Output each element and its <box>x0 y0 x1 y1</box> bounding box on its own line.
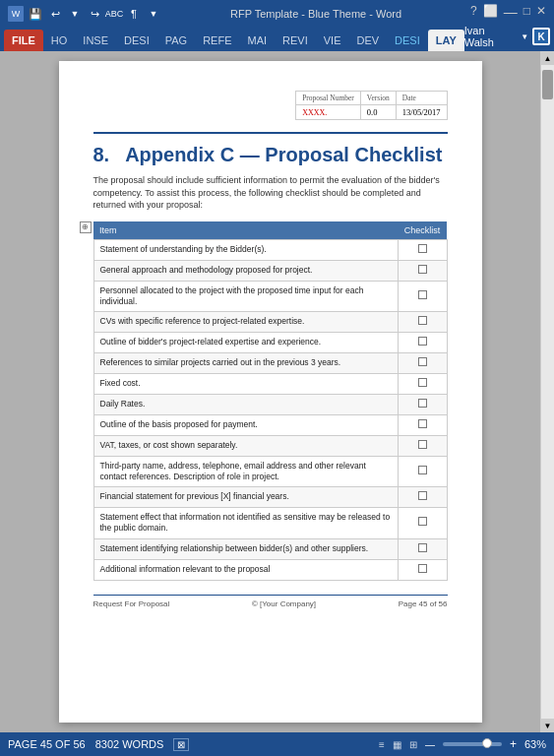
version-label: Version <box>360 92 396 105</box>
checklist-item: CVs with specific reference to project-r… <box>93 311 398 332</box>
tab-page[interactable]: PAG <box>157 30 195 51</box>
tab-review[interactable]: REVI <box>275 30 316 51</box>
table-row: Outline of bidder's project-related expe… <box>93 333 447 353</box>
tab-home[interactable]: HO <box>43 30 76 51</box>
minimize-button[interactable]: — <box>504 4 518 24</box>
checkbox-indicator[interactable] <box>418 440 427 449</box>
zoom-thumb <box>482 738 492 748</box>
view-icon-2[interactable]: ▦ <box>393 739 401 750</box>
checkbox-indicator[interactable] <box>418 419 427 428</box>
checklist-checkbox[interactable] <box>398 487 447 508</box>
redo2-icon[interactable]: ↪ <box>87 6 102 22</box>
checklist-checkbox[interactable] <box>398 311 447 332</box>
checklist-checkbox[interactable] <box>398 559 447 580</box>
page-count: PAGE 45 OF 56 <box>8 738 86 750</box>
table-row: Statement identifying relationship betwe… <box>93 538 447 559</box>
checkbox-indicator[interactable] <box>418 244 427 253</box>
scroll-track[interactable] <box>541 65 554 719</box>
tab-desi2[interactable]: DESI <box>387 30 428 51</box>
checkbox-indicator[interactable] <box>418 357 427 366</box>
checklist-item: Personnel allocated to the project with … <box>93 281 398 311</box>
zoom-level[interactable]: 63% <box>524 738 546 750</box>
checklist-checkbox[interactable] <box>398 353 447 374</box>
user-info: Ivan Walsh ▼ K <box>464 25 550 51</box>
checkbox-indicator[interactable] <box>418 316 427 325</box>
footer-right: Page 45 of 56 <box>399 599 448 608</box>
checkbox-indicator[interactable] <box>418 517 427 526</box>
proposal-number-value: XXXX. <box>296 105 361 120</box>
checkbox-indicator[interactable] <box>418 543 427 552</box>
undo-icon[interactable]: ↩ <box>47 6 63 22</box>
user-dropdown-icon[interactable]: ▼ <box>521 32 528 41</box>
checklist-table: Item Checklist Statement of understandin… <box>93 221 448 581</box>
checklist-checkbox[interactable] <box>398 239 447 260</box>
checkbox-indicator[interactable] <box>418 290 427 299</box>
scroll-thumb[interactable] <box>542 70 553 99</box>
scroll-up-button[interactable]: ▲ <box>541 51 555 65</box>
checklist-checkbox[interactable] <box>398 260 447 281</box>
checkbox-indicator[interactable] <box>418 466 427 474</box>
section-number: 8. <box>93 144 110 165</box>
tab-design[interactable]: DESI <box>116 30 157 51</box>
checklist-header: Checklist <box>398 221 447 240</box>
footer-center: © [Your Company] <box>252 599 316 608</box>
zoom-slider[interactable] <box>443 742 502 746</box>
checklist-checkbox[interactable] <box>398 436 447 457</box>
checklist-item: Daily Rates. <box>93 395 398 415</box>
checkbox-indicator[interactable] <box>418 564 427 573</box>
tab-dev[interactable]: DEV <box>348 30 387 51</box>
tab-references[interactable]: REFE <box>195 30 239 51</box>
checklist-checkbox[interactable] <box>398 415 447 436</box>
checklist-item: Statement effect that information not id… <box>93 508 398 538</box>
tab-mailings[interactable]: MAI <box>239 30 275 51</box>
view-icon-1[interactable]: ≡ <box>379 739 385 750</box>
para-icon[interactable]: ¶ <box>126 6 142 22</box>
table-row: VAT, taxes, or cost shown separately. <box>93 436 447 457</box>
zoom-in-icon[interactable]: + <box>510 737 517 751</box>
date-label: Date <box>396 92 447 105</box>
checklist-checkbox[interactable] <box>398 538 447 559</box>
checklist-checkbox[interactable] <box>398 508 447 538</box>
help-icon[interactable]: ? <box>470 4 477 24</box>
checklist-checkbox[interactable] <box>398 395 447 415</box>
header-divider <box>93 132 448 134</box>
version-value: 0.0 <box>360 105 396 120</box>
ribbon-collapse-icon[interactable]: ⬜ <box>483 4 498 24</box>
word-count: 8302 WORDS <box>95 738 164 750</box>
scrollbar-right[interactable]: ▲ ▼ <box>540 51 554 732</box>
checklist-checkbox[interactable] <box>398 281 447 311</box>
document-page: Proposal Number Version Date XXXX. 0.0 1… <box>59 61 482 723</box>
table-row: Financial statement for previous [X] fin… <box>93 487 447 508</box>
checkbox-indicator[interactable] <box>418 337 427 346</box>
close-button[interactable]: ✕ <box>536 4 546 24</box>
checklist-item: Additional information relevant to the p… <box>93 559 398 580</box>
tab-insert[interactable]: INSE <box>75 30 116 51</box>
checkbox-indicator[interactable] <box>418 265 427 274</box>
redo-icon[interactable]: ▼ <box>67 6 83 22</box>
table-move-handle[interactable]: ⊕ <box>80 221 92 233</box>
checklist-item: General approach and methodology propose… <box>93 260 398 281</box>
checklist-item: Fixed cost. <box>93 374 398 395</box>
zoom-out-icon[interactable]: — <box>425 739 435 750</box>
track-changes-icon[interactable]: ⊠ <box>173 738 189 751</box>
table-row: Daily Rates. <box>93 395 447 415</box>
save-quick-icon[interactable]: 💾 <box>28 6 43 22</box>
checklist-checkbox[interactable] <box>398 374 447 395</box>
table-row: Personnel allocated to the project with … <box>93 281 447 311</box>
checklist-checkbox[interactable] <box>398 457 447 487</box>
view-icon-3[interactable]: ⊞ <box>409 739 417 750</box>
user-name: Ivan Walsh <box>464 25 517 48</box>
more-icon[interactable]: ▼ <box>146 6 161 22</box>
checkbox-indicator[interactable] <box>418 378 427 387</box>
table-row: Outline of the basis proposed for paymen… <box>93 415 447 436</box>
checkbox-indicator[interactable] <box>418 399 427 408</box>
checklist-checkbox[interactable] <box>398 333 447 353</box>
tab-layout[interactable]: LAY <box>428 30 464 51</box>
spell-icon[interactable]: ABC <box>106 6 122 22</box>
tab-view[interactable]: VIE <box>316 30 349 51</box>
restore-button[interactable]: □ <box>523 4 530 24</box>
tab-file[interactable]: FILE <box>4 30 43 51</box>
title-bar-left: W 💾 ↩ ▼ ↪ ABC ¶ ▼ <box>8 6 161 22</box>
scroll-down-button[interactable]: ▼ <box>541 719 555 732</box>
checkbox-indicator[interactable] <box>418 491 427 500</box>
